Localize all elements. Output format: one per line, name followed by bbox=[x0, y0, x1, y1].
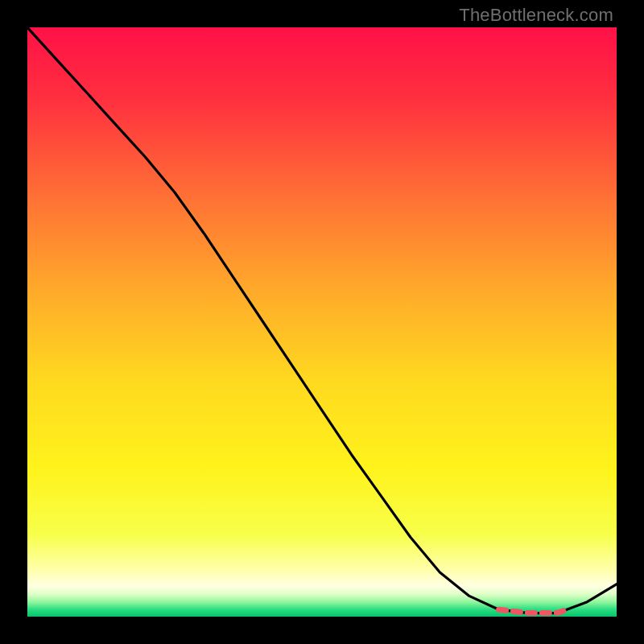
chart-frame: TheBottleneck.com bbox=[0, 0, 644, 644]
watermark-text: TheBottleneck.com bbox=[459, 5, 613, 26]
plot-area bbox=[27, 27, 617, 617]
chart-curve bbox=[27, 27, 617, 617]
